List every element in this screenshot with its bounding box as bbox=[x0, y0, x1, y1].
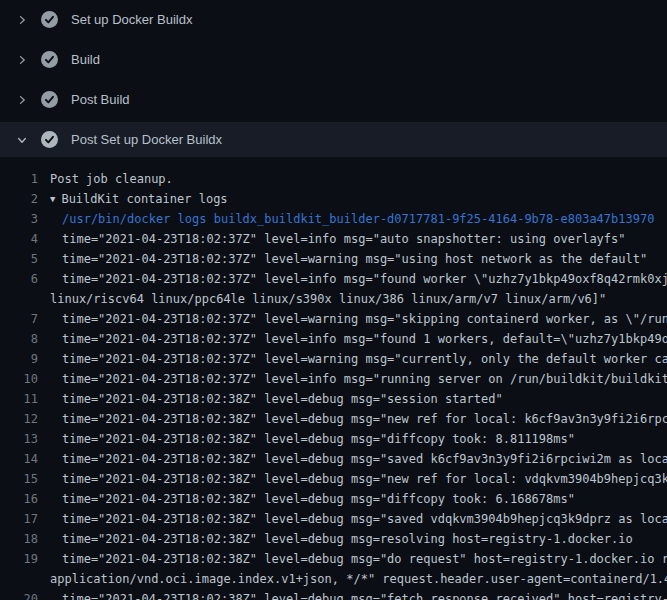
log-line-text: time="2021-04-23T18:02:37Z" level=info m… bbox=[62, 229, 626, 249]
log-line-text: time="2021-04-23T18:02:38Z" level=debug … bbox=[62, 549, 667, 569]
log-line: 5 time="2021-04-23T18:02:37Z" level=warn… bbox=[0, 249, 667, 269]
log-line: 4 time="2021-04-23T18:02:37Z" level=info… bbox=[0, 229, 667, 249]
steps-list: Set up Docker Buildx Build Post Build Po… bbox=[0, 0, 667, 157]
log-line: 11 time="2021-04-23T18:02:38Z" level=deb… bbox=[0, 389, 667, 409]
log-line-number[interactable]: 15 bbox=[0, 469, 38, 489]
log-line-text: time="2021-04-23T18:02:38Z" level=debug … bbox=[62, 429, 575, 449]
step-header-build[interactable]: Build bbox=[0, 42, 667, 77]
log-line-wrap-continuation: linux/riscv64 linux/ppc64le linux/s390x … bbox=[0, 289, 667, 309]
log-line-command: 3 /usr/bin/docker logs buildx_buildkit_b… bbox=[0, 209, 667, 229]
group-title: BuildKit container logs bbox=[61, 192, 227, 206]
log-line-text: application/vnd.oci.image.index.v1+json,… bbox=[50, 569, 667, 589]
log-line-number[interactable]: 20 bbox=[0, 589, 38, 600]
log-line: 14 time="2021-04-23T18:02:38Z" level=deb… bbox=[0, 449, 667, 469]
step-label: Post Set up Docker Buildx bbox=[71, 132, 222, 147]
log-line-text: time="2021-04-23T18:02:38Z" level=debug … bbox=[62, 489, 575, 509]
log-line: 12 time="2021-04-23T18:02:38Z" level=deb… bbox=[0, 409, 667, 429]
log-line-number[interactable]: 1 bbox=[0, 169, 38, 189]
log-line-text: time="2021-04-23T18:02:38Z" level=debug … bbox=[62, 389, 503, 409]
log-line-text: time="2021-04-23T18:02:37Z" level=warnin… bbox=[62, 249, 647, 269]
check-circle-icon bbox=[41, 91, 58, 108]
log-line-number[interactable]: 2 bbox=[0, 189, 38, 209]
log-line-text: time="2021-04-23T18:02:38Z" level=debug … bbox=[62, 509, 667, 529]
log-line: 15 time="2021-04-23T18:02:38Z" level=deb… bbox=[0, 469, 667, 489]
log-line-number[interactable]: 5 bbox=[0, 249, 38, 269]
step-label: Post Build bbox=[71, 92, 130, 107]
check-circle-icon bbox=[41, 51, 58, 68]
log-line-text: Post job cleanup. bbox=[50, 169, 173, 189]
log-line-number bbox=[0, 569, 38, 589]
log-line-number[interactable]: 12 bbox=[0, 409, 38, 429]
check-circle-icon bbox=[41, 11, 58, 28]
log-line: 20 time="2021-04-23T18:02:38Z" level=deb… bbox=[0, 589, 667, 600]
log-line-number[interactable]: 17 bbox=[0, 509, 38, 529]
log-line: 17 time="2021-04-23T18:02:38Z" level=deb… bbox=[0, 509, 667, 529]
log-line-text: time="2021-04-23T18:02:38Z" level=debug … bbox=[62, 529, 633, 549]
log-line-text: time="2021-04-23T18:02:38Z" level=debug … bbox=[62, 589, 667, 600]
group-expander-down-icon[interactable]: ▼ bbox=[50, 194, 55, 204]
log-line-number[interactable]: 18 bbox=[0, 529, 38, 549]
log-line-number[interactable]: 16 bbox=[0, 489, 38, 509]
chevron-right-icon bbox=[14, 52, 30, 68]
step-header-post-build[interactable]: Post Build bbox=[0, 82, 667, 117]
log-line-number[interactable]: 13 bbox=[0, 429, 38, 449]
log-line-group-header: 2 ▼BuildKit container logs bbox=[0, 189, 667, 209]
log-line-number[interactable]: 3 bbox=[0, 209, 38, 229]
log-line-number[interactable]: 11 bbox=[0, 389, 38, 409]
log-line: 10 time="2021-04-23T18:02:37Z" level=inf… bbox=[0, 369, 667, 389]
chevron-right-icon bbox=[14, 92, 30, 108]
log-panel: 1 Post job cleanup. 2 ▼BuildKit containe… bbox=[0, 169, 667, 600]
log-line: 6 time="2021-04-23T18:02:37Z" level=info… bbox=[0, 269, 667, 289]
log-command-text: /usr/bin/docker logs buildx_buildkit_bui… bbox=[62, 209, 654, 229]
log-line-text: time="2021-04-23T18:02:38Z" level=debug … bbox=[62, 409, 667, 429]
log-line-wrap-continuation: application/vnd.oci.image.index.v1+json,… bbox=[0, 569, 667, 589]
log-line-text: time="2021-04-23T18:02:38Z" level=debug … bbox=[62, 449, 667, 469]
log-line-text: time="2021-04-23T18:02:38Z" level=debug … bbox=[62, 469, 667, 489]
log-line-text: time="2021-04-23T18:02:37Z" level=info m… bbox=[62, 329, 667, 349]
log-line: 16 time="2021-04-23T18:02:38Z" level=deb… bbox=[0, 489, 667, 509]
log-line-number bbox=[0, 289, 38, 309]
step-label: Build bbox=[71, 52, 100, 67]
log-line: 18 time="2021-04-23T18:02:38Z" level=deb… bbox=[0, 529, 667, 549]
log-line: 13 time="2021-04-23T18:02:38Z" level=deb… bbox=[0, 429, 667, 449]
log-line: 8 time="2021-04-23T18:02:37Z" level=info… bbox=[0, 329, 667, 349]
chevron-right-icon bbox=[14, 12, 30, 28]
log-line-text: time="2021-04-23T18:02:37Z" level=info m… bbox=[62, 369, 667, 389]
log-line-number[interactable]: 8 bbox=[0, 329, 38, 349]
log-line-number[interactable]: 6 bbox=[0, 269, 38, 289]
log-line-number[interactable]: 4 bbox=[0, 229, 38, 249]
log-line-text: linux/riscv64 linux/ppc64le linux/s390x … bbox=[50, 289, 606, 309]
log-line: 7 time="2021-04-23T18:02:37Z" level=warn… bbox=[0, 309, 667, 329]
log-line-text: time="2021-04-23T18:02:37Z" level=warnin… bbox=[62, 349, 667, 369]
step-header-set-up-docker-buildx[interactable]: Set up Docker Buildx bbox=[0, 2, 667, 37]
log-line-text: time="2021-04-23T18:02:37Z" level=warnin… bbox=[62, 309, 667, 329]
step-label: Set up Docker Buildx bbox=[71, 12, 192, 27]
log-line-number[interactable]: 14 bbox=[0, 449, 38, 469]
check-circle-icon bbox=[41, 131, 58, 148]
log-line-number[interactable]: 9 bbox=[0, 349, 38, 369]
log-line: 1 Post job cleanup. bbox=[0, 169, 667, 189]
log-line: 9 time="2021-04-23T18:02:37Z" level=warn… bbox=[0, 349, 667, 369]
log-line-text: time="2021-04-23T18:02:37Z" level=info m… bbox=[62, 269, 667, 289]
log-line-number[interactable]: 10 bbox=[0, 369, 38, 389]
step-header-post-set-up-docker-buildx[interactable]: Post Set up Docker Buildx bbox=[0, 122, 667, 157]
log-line-number[interactable]: 7 bbox=[0, 309, 38, 329]
log-line: 19 time="2021-04-23T18:02:38Z" level=deb… bbox=[0, 549, 667, 569]
chevron-down-icon bbox=[14, 132, 30, 148]
log-line-text[interactable]: ▼BuildKit container logs bbox=[50, 189, 228, 209]
log-line-number[interactable]: 19 bbox=[0, 549, 38, 569]
